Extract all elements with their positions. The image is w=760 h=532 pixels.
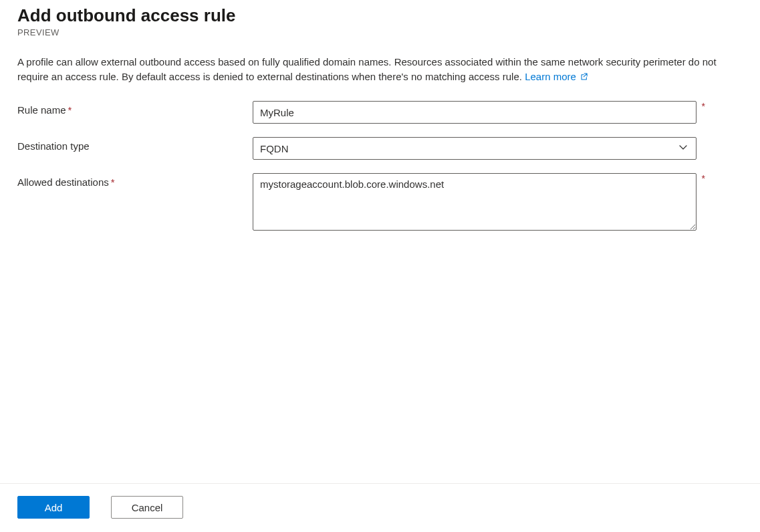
row-destination-type: Destination type FQDN xyxy=(17,137,743,160)
rule-name-label: Rule name* xyxy=(17,101,253,116)
allowed-destinations-label-text: Allowed destinations xyxy=(17,176,109,188)
required-marker: * xyxy=(68,104,72,116)
destination-type-label: Destination type xyxy=(17,137,253,152)
destination-type-select[interactable]: FQDN xyxy=(253,137,696,160)
add-button[interactable]: Add xyxy=(17,496,90,519)
footer: Add Cancel xyxy=(0,483,760,532)
required-marker: * xyxy=(111,176,115,188)
destination-type-label-text: Destination type xyxy=(17,140,90,152)
cancel-button[interactable]: Cancel xyxy=(111,496,183,519)
preview-badge: PREVIEW xyxy=(17,27,743,37)
row-allowed-destinations: Allowed destinations* mystorageaccount.b… xyxy=(17,173,743,233)
allowed-destinations-label: Allowed destinations* xyxy=(17,173,253,188)
description-body: A profile can allow external outbound ac… xyxy=(17,56,717,82)
field-required-marker: * xyxy=(702,173,705,184)
destination-type-value: FQDN xyxy=(260,143,289,154)
form: Rule name* * Destination type FQDN xyxy=(17,101,743,233)
rule-name-label-text: Rule name xyxy=(17,104,66,116)
row-rule-name: Rule name* * xyxy=(17,101,743,124)
rule-name-input[interactable] xyxy=(253,101,696,124)
learn-more-link[interactable]: Learn more xyxy=(525,71,589,82)
description-text: A profile can allow external outbound ac… xyxy=(17,55,739,84)
field-required-marker: * xyxy=(702,101,705,112)
external-link-icon xyxy=(580,72,589,81)
learn-more-label: Learn more xyxy=(525,71,576,82)
chevron-down-icon xyxy=(678,143,688,154)
allowed-destinations-input[interactable]: mystorageaccount.blob.core.windows.net xyxy=(253,173,696,231)
page-title: Add outbound access rule xyxy=(17,5,743,26)
